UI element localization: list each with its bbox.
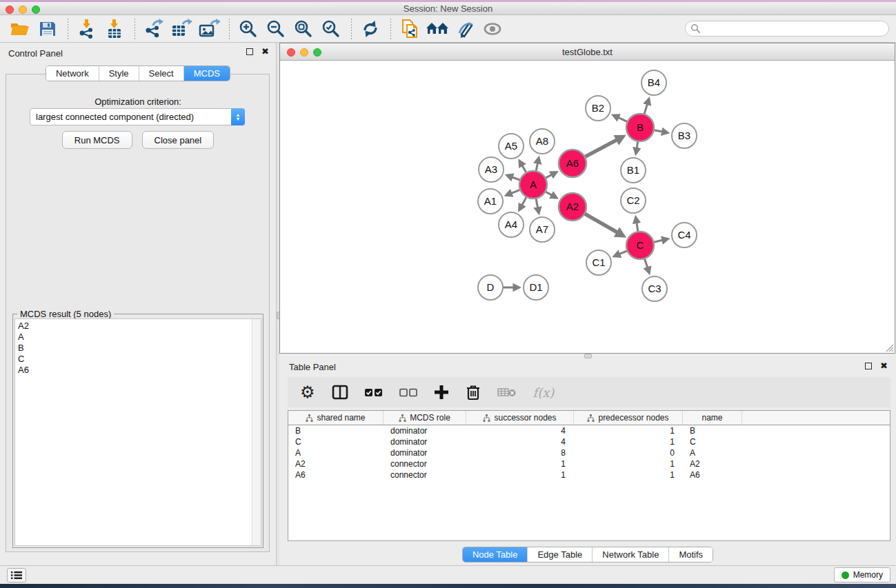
graph-edge-A-A7[interactable]: [536, 198, 538, 209]
mcds-result-list[interactable]: A2ABCA6: [14, 318, 261, 546]
save-session-icon[interactable]: [36, 18, 59, 40]
search-field[interactable]: [685, 21, 889, 37]
tab-network[interactable]: Network: [46, 66, 99, 81]
toolbar-separator: [390, 19, 391, 39]
list-item[interactable]: C: [18, 354, 261, 365]
close-panel-icon[interactable]: ✖: [261, 48, 269, 55]
graph-edge-A-A4[interactable]: [521, 196, 527, 206]
graph-node-D[interactable]: D: [478, 275, 503, 300]
show-graphics-eye-icon[interactable]: [481, 18, 504, 40]
select-all-checkboxes-icon[interactable]: [365, 382, 383, 403]
tab-style[interactable]: Style: [99, 66, 139, 81]
hide-annotations-icon[interactable]: [453, 18, 477, 40]
table-row[interactable]: A2connector11A2: [288, 458, 890, 469]
zoom-out-icon[interactable]: [264, 18, 288, 40]
graph-node-A3[interactable]: A3: [479, 157, 504, 182]
table-header-row: shared nameMCDS rolesuccessor nodesprede…: [288, 411, 890, 425]
table-row[interactable]: Bdominator41B: [288, 425, 890, 436]
list-item[interactable]: A6: [18, 365, 261, 376]
list-item[interactable]: A: [18, 332, 261, 343]
tab-network-table[interactable]: Network Table: [593, 547, 669, 562]
list-item[interactable]: B: [18, 343, 261, 354]
table-row[interactable]: Adominator80A: [288, 447, 890, 458]
open-session-icon[interactable]: [8, 18, 32, 40]
graph-node-A5[interactable]: A5: [499, 134, 524, 159]
graph-node-C[interactable]: C: [626, 232, 654, 259]
graph-node-A6[interactable]: A6: [559, 150, 586, 177]
home-icon[interactable]: [426, 18, 449, 40]
graph-node-D1[interactable]: D1: [524, 275, 548, 300]
column-header-shared-name[interactable]: shared name: [288, 411, 384, 425]
toolbar-separator: [68, 19, 68, 39]
import-network-icon[interactable]: [75, 18, 99, 40]
column-header-name[interactable]: name: [683, 411, 742, 425]
memory-button[interactable]: Memory: [834, 567, 890, 582]
deselect-all-checkboxes-icon[interactable]: [399, 382, 417, 403]
export-network-icon[interactable]: [142, 18, 166, 40]
graph-node-C3[interactable]: C3: [642, 276, 667, 301]
graph-node-B4[interactable]: B4: [641, 70, 666, 95]
criterion-dropdown[interactable]: largest connected component (directed) ▲…: [30, 108, 245, 125]
graph-node-B2[interactable]: B2: [586, 96, 610, 121]
horizontal-splitter-handle[interactable]: [584, 354, 592, 358]
task-history-button[interactable]: [7, 568, 26, 582]
search-input[interactable]: [701, 23, 888, 35]
column-header-MCDS-role[interactable]: MCDS role: [384, 411, 466, 425]
graph-node-B[interactable]: B: [626, 114, 654, 141]
close-panel-button[interactable]: Close panel: [142, 131, 215, 149]
tab-edge-table[interactable]: Edge Table: [528, 547, 593, 562]
graph-node-A7[interactable]: A7: [530, 217, 555, 242]
network-canvas[interactable]: B4B2BB3B1A5A8A6A3AA1A2C2A4A7C4CC1C3DD1: [280, 61, 895, 353]
export-image-icon[interactable]: [197, 18, 221, 40]
gear-icon[interactable]: ⚙: [300, 382, 315, 403]
delete-table-icon[interactable]: [497, 382, 517, 403]
graph-node-B1[interactable]: B1: [621, 158, 646, 183]
table-row[interactable]: Cdominator41C: [288, 436, 890, 447]
mcds-result-title: MCDS result (5 nodes): [17, 309, 114, 319]
add-column-icon[interactable]: [434, 382, 449, 403]
list-item[interactable]: A2: [18, 321, 261, 332]
tab-select[interactable]: Select: [139, 66, 184, 81]
delete-column-icon[interactable]: [466, 382, 481, 403]
float-table-panel-icon[interactable]: [865, 363, 872, 369]
function-builder-icon[interactable]: f(x): [533, 382, 555, 403]
import-table-icon[interactable]: [103, 18, 126, 40]
close-table-panel-icon[interactable]: ✖: [880, 363, 888, 369]
graph-edge-A-A1[interactable]: [510, 190, 521, 194]
clone-network-icon[interactable]: [398, 18, 421, 40]
graph-edge-A2-C[interactable]: [584, 213, 618, 233]
graph-node-A1[interactable]: A1: [478, 189, 503, 214]
graph-node-C4[interactable]: C4: [672, 223, 697, 247]
graph-node-A2[interactable]: A2: [559, 193, 586, 221]
float-panel-icon[interactable]: [246, 48, 253, 55]
graph-edge-A6-B[interactable]: [584, 139, 618, 157]
network-window-titlebar[interactable]: testGlobe.txt: [280, 43, 895, 61]
export-table-icon[interactable]: [170, 18, 193, 40]
graph-edge-B-B2[interactable]: [617, 117, 628, 122]
table-row[interactable]: A6connector11A6: [288, 469, 890, 480]
zoom-in-icon[interactable]: [237, 18, 260, 40]
graph-node-A4[interactable]: A4: [499, 212, 524, 237]
graph-edge-C-C3[interactable]: [644, 258, 648, 269]
tab-motifs[interactable]: Motifs: [669, 547, 713, 562]
graph-node-A8[interactable]: A8: [530, 129, 555, 154]
graph-node-B3[interactable]: B3: [672, 123, 697, 148]
column-header-successor-nodes[interactable]: successor nodes: [466, 411, 574, 425]
graph-edge-C-C2[interactable]: [637, 222, 638, 233]
column-header-predecessor-nodes[interactable]: predecessor nodes: [574, 411, 683, 425]
split-view-icon[interactable]: [332, 382, 348, 403]
graph-node-C2[interactable]: C2: [621, 188, 646, 213]
graph-node-C1[interactable]: C1: [586, 250, 611, 275]
graph-edge-C-C4[interactable]: [653, 240, 663, 243]
graph-edge-B-B3[interactable]: [653, 130, 664, 132]
resize-grip-icon[interactable]: [884, 342, 894, 352]
graph-edge-B-B4[interactable]: [644, 103, 648, 115]
graph-node-A[interactable]: A: [519, 171, 547, 199]
tab-node-table[interactable]: Node Table: [463, 547, 528, 562]
run-mcds-button[interactable]: Run MCDS: [62, 131, 132, 149]
zoom-selected-icon[interactable]: [319, 18, 343, 40]
refresh-icon[interactable]: [359, 18, 382, 40]
zoom-fit-icon[interactable]: [292, 18, 315, 40]
scrollbar[interactable]: [252, 319, 261, 545]
tab-mcds[interactable]: MCDS: [184, 66, 230, 81]
